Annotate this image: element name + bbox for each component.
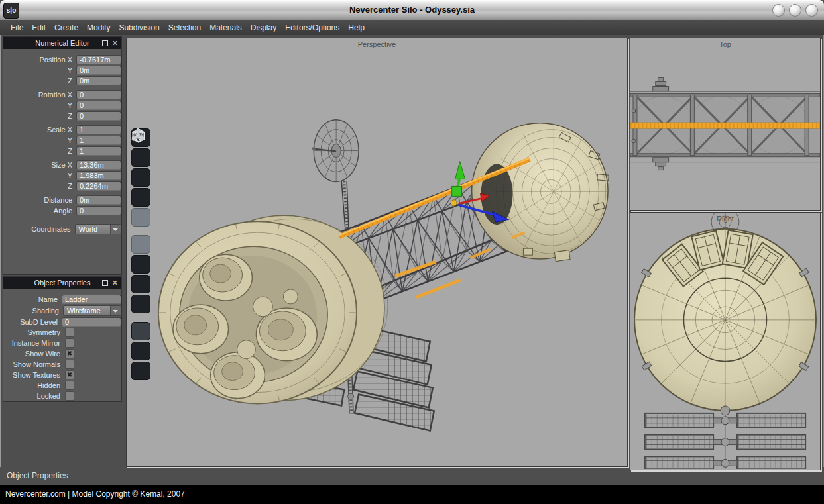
angle-input[interactable] <box>76 206 121 215</box>
instance-mirror-checkbox[interactable] <box>65 338 74 348</box>
face-mode-icon[interactable] <box>131 168 150 187</box>
scale-tool-icon[interactable] <box>131 275 150 293</box>
field-label: Distance <box>3 196 76 204</box>
field-label: Instance Mirror <box>3 339 64 347</box>
lasso-select-icon[interactable] <box>131 362 150 380</box>
window-controls <box>772 4 818 17</box>
menu-item-editors-options[interactable]: Editors/Options <box>285 23 339 32</box>
field-label: Y <box>3 101 76 109</box>
antenna-dish <box>312 120 359 232</box>
z-input[interactable] <box>76 111 121 121</box>
menu-item-edit[interactable]: Edit <box>32 23 46 32</box>
field-label: Y <box>3 136 76 144</box>
panel-title-text: Object Properties <box>34 279 91 287</box>
field-label: Show Textures <box>3 371 64 379</box>
engine-bell <box>173 305 229 354</box>
footer-bar: Nevercenter.com | Model Copyright © Kema… <box>0 485 824 504</box>
engine-bell <box>200 254 253 301</box>
object-properties-titlebar[interactable]: Object Properties ✕ <box>3 277 121 289</box>
show-normals-checkbox[interactable] <box>65 360 74 369</box>
symmetry-checkbox[interactable] <box>65 328 74 337</box>
menu-item-file[interactable]: File <box>11 23 23 32</box>
z-input[interactable] <box>76 76 121 85</box>
show-textures-checkbox[interactable]: ✖ <box>65 370 74 379</box>
y-input[interactable] <box>76 66 121 75</box>
window-circle-button[interactable] <box>789 4 801 17</box>
coordinates-dropdown[interactable]: World <box>75 224 121 234</box>
object-mode-icon[interactable] <box>131 208 150 227</box>
freeform-select-icon[interactable] <box>131 322 150 340</box>
coordinates-label: Coordinates <box>3 225 75 233</box>
menu-item-modify[interactable]: Modify <box>87 23 110 32</box>
field-label: Z <box>3 182 76 190</box>
field-label: Size X <box>3 161 76 169</box>
chevron-down-icon <box>110 225 121 234</box>
field-label: Z <box>3 77 76 85</box>
menu-item-selection[interactable]: Selection <box>168 23 201 32</box>
field-label: Z <box>3 112 76 120</box>
y-input[interactable] <box>76 171 121 180</box>
field-label: Scale X <box>3 126 76 134</box>
name-input[interactable] <box>62 295 121 304</box>
window-body: Numerical Editor ✕ Position XYZRotation … <box>0 35 824 485</box>
close-panel-icon[interactable]: ✕ <box>112 40 118 47</box>
coordinates-value: World <box>79 225 98 233</box>
engine-bell <box>211 352 265 399</box>
float-panel-icon[interactable] <box>102 280 108 286</box>
top-viewport[interactable]: Top <box>630 38 821 211</box>
field-label: Hidden <box>3 381 64 389</box>
command-sphere <box>472 123 615 262</box>
subd-level-input[interactable] <box>62 317 121 327</box>
numerical-editor-rows: Position XYZRotation XYZScale XYZSize XY… <box>3 49 121 216</box>
menu-item-materials[interactable]: Materials <box>209 23 242 32</box>
menu-item-display[interactable]: Display <box>251 23 276 32</box>
perspective-model <box>127 38 627 466</box>
field-label: Angle <box>3 207 76 215</box>
right-viewport[interactable]: Right <box>630 212 821 470</box>
hidden-checkbox[interactable] <box>65 381 74 390</box>
multi-mode-icon[interactable] <box>131 188 150 207</box>
field-label: Z <box>3 147 76 155</box>
numerical-editor-titlebar[interactable]: Numerical Editor ✕ <box>3 37 121 49</box>
window-circle-button[interactable] <box>772 4 785 17</box>
menu-item-help[interactable]: Help <box>348 23 365 32</box>
rotate-tool-icon[interactable] <box>131 255 150 274</box>
window-circle-button[interactable] <box>805 4 818 17</box>
move-tool-icon[interactable] <box>131 235 150 254</box>
universal-tool-icon[interactable] <box>131 295 150 313</box>
rect-select-icon[interactable] <box>131 342 150 360</box>
name-label: Name <box>3 295 62 303</box>
z-input[interactable] <box>76 146 121 156</box>
perspective-viewport[interactable]: Perspective <box>126 38 628 467</box>
size-x-input[interactable] <box>76 160 121 170</box>
scale-x-input[interactable] <box>76 125 121 134</box>
viewport-toolbar <box>131 128 151 380</box>
menu-item-create[interactable]: Create <box>54 23 78 32</box>
engine-section <box>158 215 388 403</box>
field-label: Y <box>3 66 76 74</box>
shading-label: Shading <box>3 307 63 315</box>
shading-dropdown[interactable]: Wireframe <box>63 305 121 316</box>
show-wire-checkbox[interactable]: ✖ <box>65 349 74 358</box>
title-bar[interactable]: s|o Nevercenter Silo - Odyssey.sia <box>0 0 824 21</box>
shading-value: Wireframe <box>67 307 101 315</box>
distance-input[interactable] <box>76 195 121 205</box>
edge-mode-icon[interactable] <box>131 148 150 167</box>
field-label: Locked <box>3 392 64 400</box>
menu-bar: FileEditCreateModifySubdivisionSelection… <box>0 20 824 36</box>
y-input[interactable] <box>76 136 121 145</box>
position-x-input[interactable] <box>76 55 121 64</box>
rotation-x-input[interactable] <box>76 90 121 99</box>
field-label: Rotation X <box>3 91 76 99</box>
close-panel-icon[interactable]: ✕ <box>112 279 118 287</box>
field-label: Show Normals <box>3 360 64 368</box>
menu-item-subdivision[interactable]: Subdivision <box>119 23 159 32</box>
window-title: Nevercenter Silo - Odyssey.sia <box>0 0 824 19</box>
locked-checkbox[interactable] <box>65 391 74 401</box>
numerical-editor-panel: Numerical Editor ✕ Position XYZRotation … <box>3 36 122 275</box>
z-input[interactable] <box>76 181 121 191</box>
float-panel-icon[interactable] <box>102 40 108 46</box>
y-input[interactable] <box>76 101 121 110</box>
field-label: Y <box>3 172 76 179</box>
chevron-down-icon <box>110 306 121 315</box>
